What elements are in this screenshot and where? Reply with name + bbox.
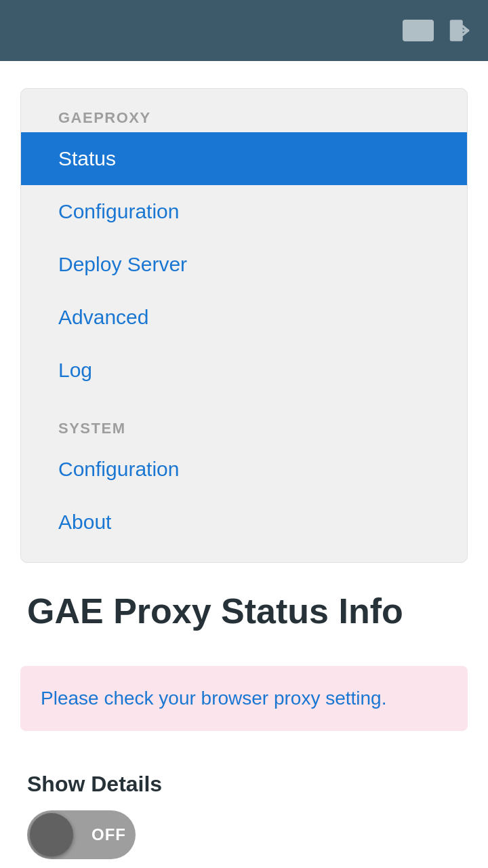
nav-item-system-configuration[interactable]: Configuration [21, 443, 467, 496]
alert-box: Please check your browser proxy setting. [20, 666, 468, 730]
nav-item-deploy-server[interactable]: Deploy Server [21, 238, 467, 291]
nav-item-log[interactable]: Log [21, 344, 467, 397]
toggle-off-label: OFF [92, 825, 126, 844]
camera-icon[interactable] [403, 20, 434, 41]
nav-item-status[interactable]: Status [21, 132, 467, 185]
page-title: GAE Proxy Status Info [20, 590, 468, 632]
exit-icon[interactable] [445, 16, 474, 45]
main-content: GAEPROXY Status Configuration Deploy Ser… [0, 61, 488, 868]
toggle-knob [30, 813, 73, 856]
nav-card: GAEPROXY Status Configuration Deploy Ser… [20, 88, 468, 563]
gaeproxy-section-label: GAEPROXY [21, 102, 467, 132]
nav-item-about[interactable]: About [21, 496, 467, 549]
alert-text: Please check your browser proxy setting. [41, 685, 447, 711]
system-section-label: SYSTEM [21, 413, 467, 443]
toggle-wrap: OFF [20, 810, 468, 862]
nav-item-configuration[interactable]: Configuration [21, 185, 467, 238]
show-details-toggle[interactable]: OFF [27, 810, 136, 859]
topbar [0, 0, 488, 61]
nav-item-advanced[interactable]: Advanced [21, 291, 467, 344]
show-details-label: Show Details [20, 772, 468, 797]
